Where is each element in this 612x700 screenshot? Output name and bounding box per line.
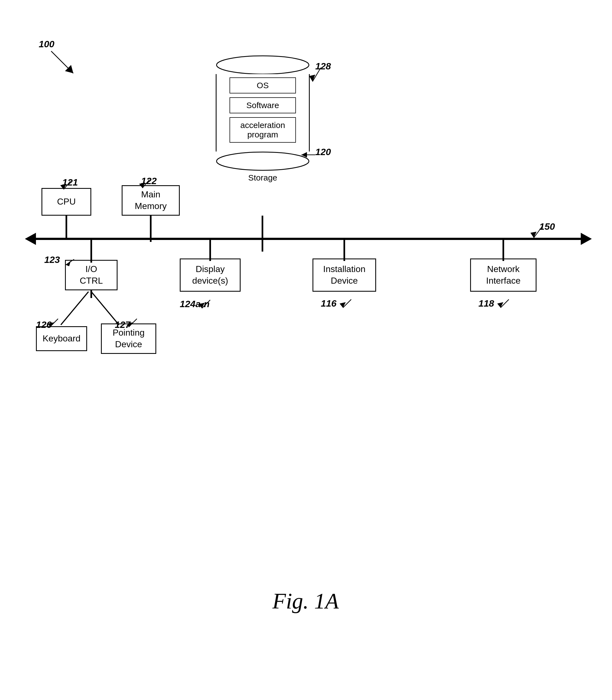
bus-arrow-right <box>581 233 592 245</box>
svg-line-22 <box>61 292 88 325</box>
installation-bus-connector <box>344 239 345 261</box>
storage-label: Storage <box>216 173 310 182</box>
cpu-bus-connector <box>66 216 67 239</box>
ref-150-arrow <box>528 224 545 240</box>
svg-marker-21 <box>497 302 503 308</box>
svg-marker-11 <box>60 184 66 190</box>
svg-marker-17 <box>198 303 205 308</box>
ref-126-arrow <box>47 317 61 328</box>
acceleration-box: accelerationprogram <box>230 117 296 143</box>
display-box: Displaydevice(s) <box>180 258 240 292</box>
cylinder-top-svg <box>216 55 310 75</box>
svg-marker-27 <box>127 322 133 327</box>
ref-128-arrow <box>307 65 323 87</box>
ref-122-arrow <box>137 177 152 191</box>
ref-100-arrow <box>48 48 82 82</box>
svg-marker-19 <box>339 302 346 308</box>
cylinder-bottom-svg <box>216 152 310 171</box>
ref-118-arrow <box>495 297 512 309</box>
ref-100-label: 100 <box>39 39 55 50</box>
figure-label: Fig. 1A <box>273 589 339 614</box>
ref-121-arrow <box>58 178 73 192</box>
svg-marker-15 <box>66 261 71 266</box>
svg-marker-25 <box>48 322 54 327</box>
ref-124-arrow <box>196 297 213 310</box>
svg-line-4 <box>312 68 321 82</box>
bus-arrow-left <box>25 233 36 245</box>
display-bus-connector <box>209 239 211 261</box>
svg-marker-7 <box>302 152 307 157</box>
svg-point-2 <box>217 56 309 74</box>
ref-118-label: 118 <box>478 298 494 309</box>
svg-point-3 <box>217 152 309 170</box>
network-bus-connector <box>502 239 504 261</box>
bus-line <box>30 238 581 240</box>
svg-line-24 <box>50 319 58 327</box>
io-ctrl-bus-connector <box>91 239 92 263</box>
ref-127-arrow <box>126 317 140 328</box>
cpu-box: CPU <box>41 188 91 216</box>
ref-116-arrow <box>337 297 354 309</box>
network-box: NetworkInterface <box>470 258 537 292</box>
storage-group: OS Software accelerationprogram Storage <box>216 55 310 182</box>
ref-120-arrow <box>299 149 318 160</box>
os-box: OS <box>230 78 296 94</box>
io-branch-connector <box>91 290 92 298</box>
ref-123-arrow <box>63 256 77 268</box>
ref-116-label: 116 <box>321 298 336 309</box>
svg-line-26 <box>129 319 137 327</box>
ref-123-label: 123 <box>44 254 60 265</box>
main-memory-bus-connector <box>150 216 152 242</box>
software-box: Software <box>230 97 296 113</box>
installation-box: InstallationDevice <box>312 258 376 292</box>
diagram-container: 100 OS Software accelerationprogram <box>22 22 589 630</box>
svg-marker-13 <box>139 182 145 188</box>
storage-bus-connector <box>262 216 263 252</box>
